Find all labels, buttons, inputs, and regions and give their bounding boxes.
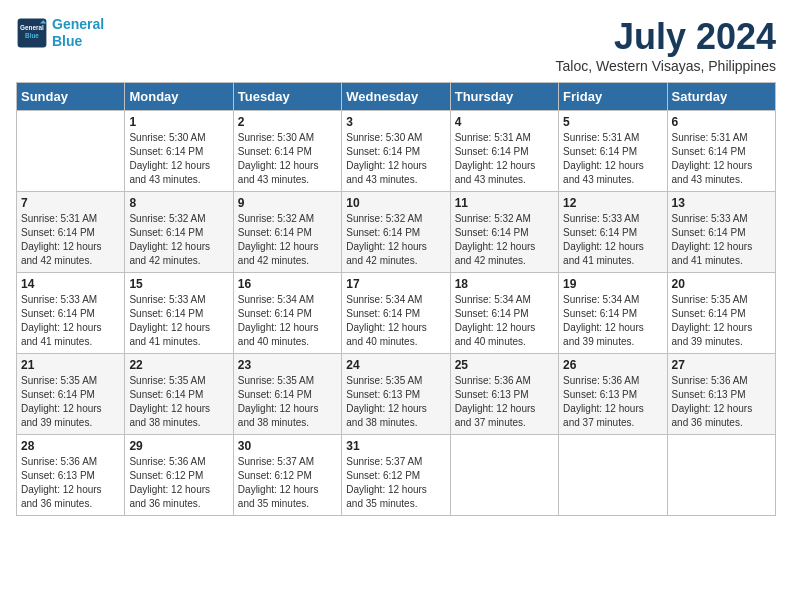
calendar-cell: 16Sunrise: 5:34 AM Sunset: 6:14 PM Dayli… — [233, 273, 341, 354]
day-number: 17 — [346, 277, 445, 291]
cell-info: Sunrise: 5:31 AM Sunset: 6:14 PM Dayligh… — [672, 131, 771, 187]
page-header: General Blue General Blue July 2024 Talo… — [16, 16, 776, 74]
day-number: 9 — [238, 196, 337, 210]
calendar-cell: 7Sunrise: 5:31 AM Sunset: 6:14 PM Daylig… — [17, 192, 125, 273]
header-day: Tuesday — [233, 83, 341, 111]
cell-info: Sunrise: 5:33 AM Sunset: 6:14 PM Dayligh… — [129, 293, 228, 349]
month-title: July 2024 — [556, 16, 776, 58]
day-number: 29 — [129, 439, 228, 453]
day-number: 28 — [21, 439, 120, 453]
calendar-cell: 27Sunrise: 5:36 AM Sunset: 6:13 PM Dayli… — [667, 354, 775, 435]
calendar-cell: 26Sunrise: 5:36 AM Sunset: 6:13 PM Dayli… — [559, 354, 667, 435]
day-number: 24 — [346, 358, 445, 372]
cell-info: Sunrise: 5:35 AM Sunset: 6:14 PM Dayligh… — [129, 374, 228, 430]
cell-info: Sunrise: 5:35 AM Sunset: 6:13 PM Dayligh… — [346, 374, 445, 430]
cell-info: Sunrise: 5:35 AM Sunset: 6:14 PM Dayligh… — [238, 374, 337, 430]
day-number: 16 — [238, 277, 337, 291]
cell-info: Sunrise: 5:32 AM Sunset: 6:14 PM Dayligh… — [129, 212, 228, 268]
calendar-cell — [17, 111, 125, 192]
calendar-cell: 5Sunrise: 5:31 AM Sunset: 6:14 PM Daylig… — [559, 111, 667, 192]
cell-info: Sunrise: 5:37 AM Sunset: 6:12 PM Dayligh… — [346, 455, 445, 511]
header-day: Monday — [125, 83, 233, 111]
cell-info: Sunrise: 5:31 AM Sunset: 6:14 PM Dayligh… — [21, 212, 120, 268]
calendar-cell: 28Sunrise: 5:36 AM Sunset: 6:13 PM Dayli… — [17, 435, 125, 516]
cell-info: Sunrise: 5:30 AM Sunset: 6:14 PM Dayligh… — [129, 131, 228, 187]
day-number: 2 — [238, 115, 337, 129]
cell-info: Sunrise: 5:36 AM Sunset: 6:13 PM Dayligh… — [672, 374, 771, 430]
day-number: 14 — [21, 277, 120, 291]
calendar-cell: 2Sunrise: 5:30 AM Sunset: 6:14 PM Daylig… — [233, 111, 341, 192]
day-number: 1 — [129, 115, 228, 129]
cell-info: Sunrise: 5:32 AM Sunset: 6:14 PM Dayligh… — [346, 212, 445, 268]
day-number: 4 — [455, 115, 554, 129]
calendar-cell: 15Sunrise: 5:33 AM Sunset: 6:14 PM Dayli… — [125, 273, 233, 354]
day-number: 8 — [129, 196, 228, 210]
logo: General Blue General Blue — [16, 16, 104, 50]
day-number: 25 — [455, 358, 554, 372]
day-number: 30 — [238, 439, 337, 453]
calendar-cell: 30Sunrise: 5:37 AM Sunset: 6:12 PM Dayli… — [233, 435, 341, 516]
day-number: 7 — [21, 196, 120, 210]
calendar-cell: 19Sunrise: 5:34 AM Sunset: 6:14 PM Dayli… — [559, 273, 667, 354]
svg-text:General: General — [20, 24, 44, 31]
location: Taloc, Western Visayas, Philippines — [556, 58, 776, 74]
cell-info: Sunrise: 5:30 AM Sunset: 6:14 PM Dayligh… — [346, 131, 445, 187]
calendar-cell: 12Sunrise: 5:33 AM Sunset: 6:14 PM Dayli… — [559, 192, 667, 273]
day-number: 13 — [672, 196, 771, 210]
cell-info: Sunrise: 5:33 AM Sunset: 6:14 PM Dayligh… — [563, 212, 662, 268]
cell-info: Sunrise: 5:34 AM Sunset: 6:14 PM Dayligh… — [346, 293, 445, 349]
header-day: Friday — [559, 83, 667, 111]
cell-info: Sunrise: 5:36 AM Sunset: 6:12 PM Dayligh… — [129, 455, 228, 511]
calendar-cell: 14Sunrise: 5:33 AM Sunset: 6:14 PM Dayli… — [17, 273, 125, 354]
calendar-cell: 13Sunrise: 5:33 AM Sunset: 6:14 PM Dayli… — [667, 192, 775, 273]
day-number: 20 — [672, 277, 771, 291]
calendar-week-row: 21Sunrise: 5:35 AM Sunset: 6:14 PM Dayli… — [17, 354, 776, 435]
calendar-cell — [559, 435, 667, 516]
calendar-cell — [450, 435, 558, 516]
day-number: 19 — [563, 277, 662, 291]
calendar-cell: 29Sunrise: 5:36 AM Sunset: 6:12 PM Dayli… — [125, 435, 233, 516]
header-day: Saturday — [667, 83, 775, 111]
calendar-cell: 21Sunrise: 5:35 AM Sunset: 6:14 PM Dayli… — [17, 354, 125, 435]
cell-info: Sunrise: 5:31 AM Sunset: 6:14 PM Dayligh… — [563, 131, 662, 187]
calendar-cell: 8Sunrise: 5:32 AM Sunset: 6:14 PM Daylig… — [125, 192, 233, 273]
cell-info: Sunrise: 5:34 AM Sunset: 6:14 PM Dayligh… — [563, 293, 662, 349]
calendar-week-row: 7Sunrise: 5:31 AM Sunset: 6:14 PM Daylig… — [17, 192, 776, 273]
day-number: 12 — [563, 196, 662, 210]
cell-info: Sunrise: 5:33 AM Sunset: 6:14 PM Dayligh… — [672, 212, 771, 268]
title-block: July 2024 Taloc, Western Visayas, Philip… — [556, 16, 776, 74]
calendar-cell: 20Sunrise: 5:35 AM Sunset: 6:14 PM Dayli… — [667, 273, 775, 354]
calendar-table: SundayMondayTuesdayWednesdayThursdayFrid… — [16, 82, 776, 516]
day-number: 10 — [346, 196, 445, 210]
calendar-cell: 10Sunrise: 5:32 AM Sunset: 6:14 PM Dayli… — [342, 192, 450, 273]
calendar-cell: 24Sunrise: 5:35 AM Sunset: 6:13 PM Dayli… — [342, 354, 450, 435]
day-number: 31 — [346, 439, 445, 453]
day-number: 15 — [129, 277, 228, 291]
cell-info: Sunrise: 5:34 AM Sunset: 6:14 PM Dayligh… — [238, 293, 337, 349]
cell-info: Sunrise: 5:30 AM Sunset: 6:14 PM Dayligh… — [238, 131, 337, 187]
calendar-cell: 9Sunrise: 5:32 AM Sunset: 6:14 PM Daylig… — [233, 192, 341, 273]
cell-info: Sunrise: 5:32 AM Sunset: 6:14 PM Dayligh… — [238, 212, 337, 268]
day-number: 18 — [455, 277, 554, 291]
calendar-cell: 1Sunrise: 5:30 AM Sunset: 6:14 PM Daylig… — [125, 111, 233, 192]
header-row: SundayMondayTuesdayWednesdayThursdayFrid… — [17, 83, 776, 111]
calendar-cell: 4Sunrise: 5:31 AM Sunset: 6:14 PM Daylig… — [450, 111, 558, 192]
calendar-week-row: 28Sunrise: 5:36 AM Sunset: 6:13 PM Dayli… — [17, 435, 776, 516]
calendar-cell: 23Sunrise: 5:35 AM Sunset: 6:14 PM Dayli… — [233, 354, 341, 435]
cell-info: Sunrise: 5:36 AM Sunset: 6:13 PM Dayligh… — [563, 374, 662, 430]
day-number: 27 — [672, 358, 771, 372]
cell-info: Sunrise: 5:31 AM Sunset: 6:14 PM Dayligh… — [455, 131, 554, 187]
day-number: 11 — [455, 196, 554, 210]
logo-line2: Blue — [52, 33, 104, 50]
day-number: 21 — [21, 358, 120, 372]
calendar-cell: 22Sunrise: 5:35 AM Sunset: 6:14 PM Dayli… — [125, 354, 233, 435]
day-number: 23 — [238, 358, 337, 372]
day-number: 26 — [563, 358, 662, 372]
calendar-cell: 18Sunrise: 5:34 AM Sunset: 6:14 PM Dayli… — [450, 273, 558, 354]
calendar-week-row: 1Sunrise: 5:30 AM Sunset: 6:14 PM Daylig… — [17, 111, 776, 192]
calendar-cell: 11Sunrise: 5:32 AM Sunset: 6:14 PM Dayli… — [450, 192, 558, 273]
day-number: 6 — [672, 115, 771, 129]
cell-info: Sunrise: 5:36 AM Sunset: 6:13 PM Dayligh… — [21, 455, 120, 511]
header-day: Wednesday — [342, 83, 450, 111]
calendar-cell: 25Sunrise: 5:36 AM Sunset: 6:13 PM Dayli… — [450, 354, 558, 435]
